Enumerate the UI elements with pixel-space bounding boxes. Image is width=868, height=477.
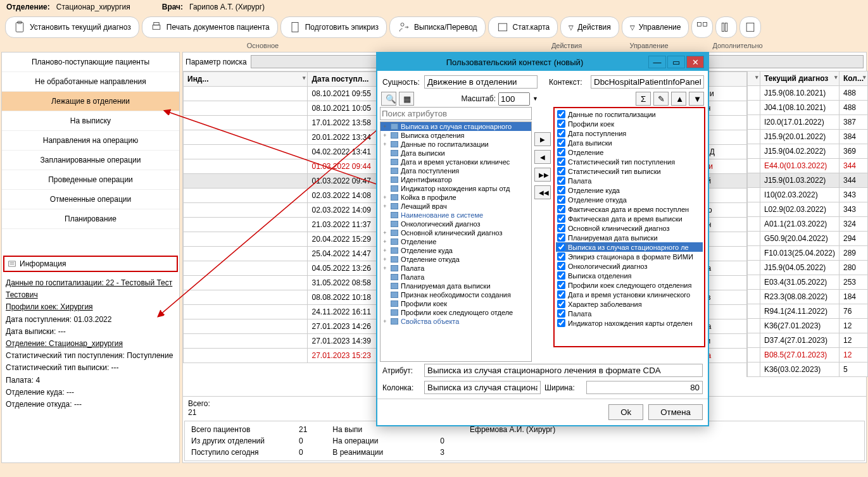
- table-row[interactable]: L02.9(02.03.2022)343: [747, 202, 867, 217]
- nav-item[interactable]: Запланированные операции: [2, 151, 179, 170]
- tree-item[interactable]: +Отделение куда: [381, 246, 531, 255]
- tree-item[interactable]: +Выписка из случая стационарного: [381, 122, 531, 131]
- tree-item[interactable]: Профили коек следующего отделе: [381, 308, 531, 317]
- cancel-button[interactable]: Отмена: [648, 404, 703, 420]
- context-input[interactable]: [591, 75, 704, 89]
- checkbox[interactable]: [557, 224, 565, 232]
- tree-item[interactable]: +Отделение откуда: [381, 255, 531, 264]
- check-item[interactable]: Планируемая дата выписки: [556, 233, 703, 242]
- manage-dropdown[interactable]: ▽Управление: [622, 16, 689, 38]
- nav-item[interactable]: На выписку: [2, 111, 179, 131]
- check-item[interactable]: Основной клинический диагноз: [556, 223, 703, 233]
- attr-input[interactable]: [424, 364, 703, 377]
- column-header[interactable]: Инд...▾: [184, 72, 308, 87]
- column-header[interactable]: Текущий диагноз▾: [760, 71, 839, 86]
- nav-item[interactable]: Планирование: [2, 209, 179, 229]
- table-row[interactable]: B08.5(27.01.2023)12: [747, 348, 867, 362]
- check-item[interactable]: Эпикриз стационара в формате ВИМИ: [556, 252, 703, 261]
- tree-item[interactable]: +Палата: [381, 264, 531, 273]
- add-button[interactable]: ▶: [534, 132, 551, 146]
- nav-item[interactable]: Не обработанные направления: [2, 72, 179, 92]
- table-row[interactable]: G50.9(20.04.2022)294: [747, 232, 867, 246]
- info-header[interactable]: Информация: [3, 256, 178, 272]
- checkbox[interactable]: [557, 290, 565, 299]
- check-item[interactable]: Дата выписки: [556, 138, 703, 147]
- checkbox[interactable]: [557, 129, 565, 137]
- maximize-button[interactable]: ▭: [667, 56, 685, 68]
- remove-all-button[interactable]: ◀◀: [534, 185, 551, 199]
- table-row[interactable]: J15.9(04.05.2022)280: [747, 261, 867, 275]
- edit-button[interactable]: ✎: [653, 92, 669, 106]
- check-item[interactable]: Выписка отделения: [556, 271, 703, 280]
- check-item[interactable]: Онкологический диагноз: [556, 261, 703, 271]
- tree-item[interactable]: Признак необходимости создания: [381, 290, 531, 299]
- checkbox[interactable]: [557, 233, 565, 242]
- table-row[interactable]: J04.1(08.10.2021)488: [747, 101, 867, 115]
- selected-attributes[interactable]: Данные по госпитализацииПрофили коекДата…: [553, 107, 705, 347]
- column-header[interactable]: Кол...▾: [840, 71, 868, 86]
- checkbox[interactable]: [557, 139, 565, 147]
- check-item[interactable]: Отделение откуда: [556, 195, 703, 204]
- check-item[interactable]: Данные по госпитализации: [556, 109, 703, 119]
- checkbox[interactable]: [557, 167, 565, 175]
- check-item[interactable]: Статистический тип выписки: [556, 166, 703, 176]
- check-item[interactable]: Профили коек: [556, 119, 703, 128]
- checkbox[interactable]: [557, 110, 565, 118]
- tree-item[interactable]: Индикатор нахождения карты отд: [381, 184, 531, 193]
- table-row[interactable]: J15.9(04.02.2022)369: [747, 144, 867, 159]
- tree-item[interactable]: Дата и время установки клиничес: [381, 158, 531, 166]
- nav-item[interactable]: Лежащие в отделении: [2, 92, 179, 111]
- table-row[interactable]: A01.1(21.03.2022)324: [747, 217, 867, 232]
- tree-item[interactable]: +Основной клинический диагноз: [381, 228, 531, 237]
- tree-item[interactable]: Идентификатор: [381, 175, 531, 184]
- check-item[interactable]: Палата: [556, 309, 703, 318]
- checkbox[interactable]: [557, 300, 565, 308]
- tree-item[interactable]: Профили коек: [381, 299, 531, 308]
- entity-input[interactable]: [424, 75, 538, 89]
- add-all-button[interactable]: ▶▶: [534, 168, 551, 182]
- tree-item[interactable]: Наименование в системе: [381, 211, 531, 220]
- table-row[interactable]: F10.013(25.04.2022)289: [747, 246, 867, 261]
- table-row[interactable]: I10(02.03.2022)343: [747, 188, 867, 202]
- check-item[interactable]: Отделение куда: [556, 185, 703, 195]
- tree-item[interactable]: Онкологический диагноз: [381, 220, 531, 228]
- minimize-button[interactable]: —: [648, 56, 666, 68]
- column-header[interactable]: ▾: [747, 71, 760, 86]
- table-row[interactable]: K36(27.01.2023)12: [747, 319, 867, 333]
- check-item[interactable]: Статистический тип поступления: [556, 157, 703, 166]
- tree-item[interactable]: +Данные по госпитализации: [381, 140, 531, 149]
- close-button[interactable]: ✕: [686, 56, 704, 68]
- dialog-titlebar[interactable]: Пользовательский контекст (новый) — ▭ ✕: [377, 53, 708, 71]
- checkbox[interactable]: [557, 281, 565, 289]
- check-item[interactable]: Палата: [556, 176, 703, 185]
- tree-item[interactable]: +Свойства объекта: [381, 317, 531, 326]
- sum-button[interactable]: Σ: [636, 92, 651, 106]
- table-row[interactable]: I20.0(17.01.2022)387: [747, 115, 867, 130]
- table-row[interactable]: E44.0(01.03.2022)344: [747, 159, 867, 173]
- tree-item[interactable]: Планируемая дата выписки: [381, 282, 531, 290]
- extra-button-1[interactable]: [691, 16, 713, 38]
- checkbox[interactable]: [557, 309, 565, 318]
- tree-item[interactable]: +Выписка отделения: [381, 131, 531, 140]
- nav-item[interactable]: Планово-поступающие пациенты: [2, 53, 179, 72]
- tree-item[interactable]: +Койка в профиле: [381, 193, 531, 202]
- tree-item[interactable]: +Лечащий врач: [381, 202, 531, 211]
- checkbox[interactable]: [557, 195, 565, 204]
- check-item[interactable]: Выписка из случая стационарного ле: [556, 242, 703, 252]
- nav-item[interactable]: Отмененные операции: [2, 190, 179, 209]
- width-input[interactable]: [586, 381, 703, 394]
- check-item[interactable]: Отделение: [556, 147, 703, 157]
- nav-item[interactable]: Проведенные операции: [2, 170, 179, 190]
- table-row[interactable]: J15.9(01.03.2022)344: [747, 173, 867, 188]
- checkbox[interactable]: [557, 271, 565, 280]
- checkbox[interactable]: [557, 214, 565, 223]
- table-row[interactable]: J15.9(08.10.2021)488: [747, 86, 867, 101]
- print-docs-button[interactable]: Печать документов пациента: [142, 16, 278, 38]
- checkbox[interactable]: [557, 158, 565, 166]
- tree-item[interactable]: Дата поступления: [381, 166, 531, 175]
- checkbox[interactable]: [557, 148, 565, 156]
- table-row[interactable]: E03.4(31.05.2022)253: [747, 275, 867, 290]
- checkbox[interactable]: [557, 186, 565, 194]
- discharge-button[interactable]: Выписка/Перевод: [389, 16, 486, 38]
- checkbox[interactable]: [557, 262, 565, 270]
